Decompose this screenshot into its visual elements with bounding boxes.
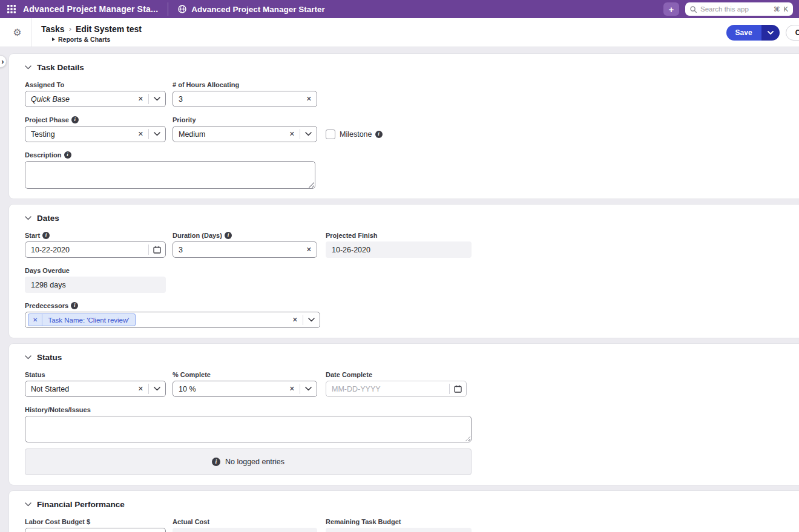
hours-allocating-input[interactable]: 3 ✕ bbox=[173, 91, 317, 107]
save-dropdown-button[interactable] bbox=[761, 25, 780, 41]
assigned-to-combobox[interactable]: Quick Base ✕ bbox=[25, 91, 166, 107]
clear-icon[interactable]: ✕ bbox=[284, 385, 300, 393]
chevron-down-icon bbox=[25, 355, 31, 360]
duration-input[interactable]: 3 ✕ bbox=[173, 241, 317, 258]
section-financial-header[interactable]: Financial Performance bbox=[25, 498, 789, 510]
percent-complete-label: % Complete bbox=[173, 370, 317, 378]
predecessors-combobox[interactable]: ✕ Task Name: 'Client review' ✕ bbox=[25, 312, 320, 328]
app-switcher-grid-icon[interactable] bbox=[7, 5, 16, 13]
info-icon[interactable] bbox=[375, 131, 383, 138]
info-icon bbox=[212, 458, 220, 466]
chevron-down-icon bbox=[154, 387, 160, 391]
header-divider bbox=[31, 18, 31, 47]
cancel-button[interactable]: Cancel bbox=[786, 25, 799, 41]
dropdown-button[interactable] bbox=[149, 132, 165, 136]
info-icon[interactable] bbox=[71, 302, 78, 309]
section-dates-header[interactable]: Dates bbox=[25, 212, 789, 224]
section-task-details-header[interactable]: Task Details bbox=[25, 61, 789, 73]
page-header: ⚙ Tasks › Edit System test Reports & Cha… bbox=[0, 18, 799, 47]
chevron-down-icon bbox=[768, 31, 774, 34]
projected-finish-value: 10-26-2020 bbox=[326, 241, 472, 258]
section-financial-performance: Financial Performance Labor Cost Budget … bbox=[8, 490, 799, 532]
breadcrumb-separator: › bbox=[69, 24, 71, 33]
chevron-down-icon bbox=[25, 502, 31, 507]
description-textarea[interactable] bbox=[25, 161, 315, 189]
resize-grip-icon[interactable] bbox=[464, 435, 470, 441]
add-record-button[interactable]: + bbox=[663, 2, 679, 16]
dropdown-button[interactable] bbox=[300, 132, 317, 136]
search-icon bbox=[690, 6, 697, 13]
clear-icon[interactable]: ✕ bbox=[288, 316, 303, 324]
app-title[interactable]: Advanced Project Manager Starter bbox=[191, 5, 325, 14]
milestone-label: Milestone bbox=[340, 130, 383, 139]
resize-grip-icon[interactable] bbox=[308, 182, 314, 188]
date-complete-input[interactable]: MM-DD-YYYY bbox=[326, 381, 467, 397]
breadcrumb-tasks-link[interactable]: Tasks bbox=[41, 24, 65, 34]
start-label: Start bbox=[25, 231, 166, 239]
start-date-input[interactable]: 10-22-2020 bbox=[25, 241, 166, 258]
predecessor-chip: ✕ Task Name: 'Client review' bbox=[28, 314, 136, 326]
projected-finish-label: Projected Finish bbox=[326, 231, 472, 239]
settings-gear-icon[interactable]: ⚙ bbox=[12, 27, 22, 38]
calendar-icon[interactable] bbox=[450, 385, 466, 393]
priority-label: Priority bbox=[173, 116, 317, 123]
actual-cost-value bbox=[173, 528, 317, 532]
dropdown-button[interactable] bbox=[300, 387, 317, 391]
dropdown-button[interactable] bbox=[149, 97, 165, 101]
project-phase-label: Project Phase bbox=[25, 116, 166, 123]
calendar-icon[interactable] bbox=[149, 246, 165, 254]
search-input[interactable]: Search this app ⌘ K bbox=[685, 2, 793, 16]
status-label: Status bbox=[25, 370, 166, 378]
topbar-divider bbox=[168, 2, 168, 16]
shortcut-k-key: K bbox=[784, 5, 788, 13]
no-logged-entries-text: No logged entries bbox=[225, 458, 284, 466]
status-combobox[interactable]: Not Started ✕ bbox=[25, 381, 166, 397]
save-split-button: Save bbox=[726, 25, 780, 41]
clear-icon[interactable]: ✕ bbox=[284, 130, 300, 138]
info-icon[interactable] bbox=[225, 232, 232, 239]
chevron-down-icon bbox=[154, 132, 160, 136]
priority-combobox[interactable]: Medium ✕ bbox=[173, 126, 317, 142]
clear-icon[interactable]: ✕ bbox=[301, 246, 317, 254]
predecessors-label: Predecessors bbox=[25, 301, 320, 309]
dropdown-button[interactable] bbox=[149, 387, 165, 391]
chevron-down-icon bbox=[305, 132, 312, 136]
chevron-down-icon bbox=[25, 216, 31, 220]
labor-cost-budget-input[interactable]: $ 500.00 ✕ bbox=[25, 528, 166, 532]
save-button[interactable]: Save bbox=[726, 25, 761, 41]
form-body: Task Details Assigned To Quick Base ✕ # … bbox=[0, 47, 799, 532]
duration-label: Duration (Days) bbox=[173, 231, 317, 239]
milestone-checkbox[interactable] bbox=[326, 130, 335, 139]
chevron-down-icon bbox=[305, 387, 312, 391]
section-dates: Dates Start 10-22-2020 Duration (Days) 3… bbox=[8, 204, 799, 338]
reports-charts-toggle[interactable]: Reports & Charts bbox=[52, 36, 142, 43]
clear-icon[interactable]: ✕ bbox=[133, 95, 148, 103]
workspace-title[interactable]: Advanced Project Manager Sta... bbox=[23, 4, 158, 14]
clear-icon[interactable]: ✕ bbox=[133, 130, 148, 138]
description-label: Description bbox=[25, 151, 315, 159]
actual-cost-label: Actual Cost bbox=[173, 517, 317, 525]
dropdown-button[interactable] bbox=[303, 318, 320, 322]
assigned-to-label: Assigned To bbox=[25, 80, 166, 88]
section-status-header[interactable]: Status bbox=[25, 351, 789, 363]
clear-icon[interactable]: ✕ bbox=[301, 95, 317, 103]
section-task-details: Task Details Assigned To Quick Base ✕ # … bbox=[8, 53, 799, 199]
remaining-task-budget-label: Remaining Task Budget bbox=[326, 517, 472, 525]
info-icon[interactable] bbox=[71, 116, 79, 123]
clear-icon[interactable]: ✕ bbox=[133, 385, 148, 393]
info-icon[interactable] bbox=[42, 232, 50, 239]
breadcrumb: Tasks › Edit System test Reports & Chart… bbox=[41, 22, 142, 43]
percent-complete-combobox[interactable]: 10 % ✕ bbox=[173, 381, 317, 397]
no-logged-entries-box: No logged entries bbox=[25, 448, 472, 475]
chevron-down-icon bbox=[25, 65, 31, 70]
chevron-down-icon bbox=[308, 318, 315, 322]
date-complete-label: Date Complete bbox=[326, 370, 467, 378]
shortcut-cmd-key: ⌘ bbox=[774, 5, 780, 13]
info-icon[interactable] bbox=[64, 151, 71, 159]
chip-remove-icon[interactable]: ✕ bbox=[28, 317, 42, 323]
app-icon bbox=[178, 5, 186, 13]
history-notes-textarea[interactable] bbox=[25, 416, 472, 442]
chevron-down-icon bbox=[154, 97, 160, 101]
project-phase-combobox[interactable]: Testing ✕ bbox=[25, 126, 166, 142]
days-overdue-label: Days Overdue bbox=[25, 266, 166, 274]
